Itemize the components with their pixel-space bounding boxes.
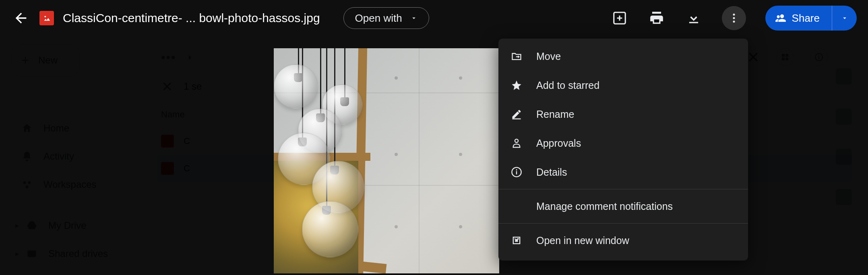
add-comment-icon[interactable] bbox=[611, 9, 628, 27]
workspaces-icon bbox=[21, 179, 33, 191]
svg-point-19 bbox=[515, 139, 518, 142]
menu-label: Open in new window bbox=[536, 235, 629, 246]
menu-label: Add to starred bbox=[536, 80, 599, 91]
svg-rect-11 bbox=[818, 56, 819, 59]
menu-item-rename[interactable]: Rename bbox=[498, 100, 748, 129]
file-name-cell: C bbox=[184, 163, 190, 174]
svg-point-13 bbox=[45, 16, 46, 18]
addon-icon[interactable] bbox=[836, 68, 852, 84]
file-name: ClassiCon-centimetre- ... bowl-photo-has… bbox=[63, 11, 320, 25]
sidebar-label: My Drive bbox=[48, 220, 87, 231]
more-dots-icon[interactable]: ••• bbox=[161, 51, 176, 64]
layout-toggle[interactable] bbox=[776, 48, 794, 66]
bell-icon bbox=[21, 150, 33, 162]
sidebar-item-computers[interactable]: ▸ Computers bbox=[8, 270, 137, 275]
image-icon bbox=[161, 135, 174, 148]
menu-item-star[interactable]: Add to starred bbox=[498, 71, 748, 100]
menu-label: Details bbox=[536, 166, 567, 178]
menu-item-manage-comments[interactable]: Manage comment notifications bbox=[498, 192, 748, 221]
move-icon bbox=[510, 50, 523, 62]
col-name[interactable]: Name bbox=[161, 109, 185, 120]
image-file-icon bbox=[39, 11, 54, 25]
plus-icon bbox=[20, 55, 31, 66]
share-split-button: Share bbox=[765, 6, 857, 31]
menu-item-open-new-window[interactable]: Open in new window bbox=[498, 226, 748, 255]
svg-rect-12 bbox=[818, 55, 819, 55]
share-label: Share bbox=[792, 12, 820, 25]
svg-rect-3 bbox=[28, 250, 36, 257]
sidebar-item-shared-drives[interactable]: ▸ Shared drives bbox=[8, 242, 137, 265]
open-new-window-icon bbox=[510, 234, 523, 246]
svg-rect-8 bbox=[782, 57, 785, 60]
image-preview[interactable] bbox=[274, 48, 499, 273]
menu-separator bbox=[498, 189, 748, 189]
svg-rect-20 bbox=[513, 147, 521, 148]
addon-icon[interactable] bbox=[836, 149, 852, 165]
caret-icon: ▸ bbox=[15, 221, 19, 230]
svg-rect-7 bbox=[785, 54, 788, 57]
back-arrow-button[interactable] bbox=[11, 8, 31, 28]
top-controls bbox=[746, 48, 828, 66]
right-rail bbox=[828, 40, 860, 205]
svg-rect-23 bbox=[516, 169, 517, 170]
menu-item-move[interactable]: Move bbox=[498, 42, 748, 71]
new-button[interactable]: New bbox=[11, 44, 80, 76]
star-icon bbox=[510, 79, 523, 91]
sidebar-item-workspaces[interactable]: Workspaces bbox=[8, 173, 137, 196]
share-dropdown-button[interactable] bbox=[832, 6, 857, 31]
file-name-cell: C bbox=[184, 136, 190, 146]
menu-separator bbox=[498, 223, 748, 224]
caret-down-icon bbox=[410, 14, 417, 22]
drive-icon bbox=[26, 220, 38, 232]
more-actions-button[interactable] bbox=[722, 6, 746, 30]
addon-icon[interactable] bbox=[836, 109, 852, 125]
viewer-header: ClassiCon-centimetre- ... bowl-photo-has… bbox=[0, 0, 868, 36]
svg-rect-22 bbox=[516, 171, 517, 174]
svg-point-2 bbox=[26, 185, 29, 188]
sidebar-label: Home bbox=[43, 123, 69, 134]
sidebar-item-mydrive[interactable]: ▸ My Drive bbox=[8, 214, 137, 237]
menu-label: Approvals bbox=[536, 138, 581, 149]
sidebar-item-activity[interactable]: Activity bbox=[8, 145, 137, 168]
svg-rect-6 bbox=[782, 54, 785, 57]
new-button-label: New bbox=[38, 55, 58, 66]
close-selection-icon[interactable] bbox=[161, 80, 173, 92]
svg-rect-9 bbox=[785, 57, 788, 60]
svg-point-0 bbox=[23, 181, 26, 184]
svg-point-1 bbox=[28, 181, 31, 184]
people-icon bbox=[775, 12, 786, 24]
context-menu: Move Add to starred Rename Approvals Det… bbox=[498, 39, 748, 261]
chevron-right-icon bbox=[185, 53, 195, 62]
open-with-button[interactable]: Open with bbox=[343, 7, 429, 29]
share-button[interactable]: Share bbox=[765, 6, 832, 31]
menu-label: Rename bbox=[536, 109, 575, 120]
approvals-icon bbox=[510, 137, 523, 149]
shared-drives-icon bbox=[26, 248, 38, 260]
info-toggle[interactable] bbox=[810, 48, 828, 66]
menu-item-details[interactable]: Details bbox=[498, 158, 748, 187]
caret-icon: ▸ bbox=[15, 249, 19, 258]
rename-icon bbox=[510, 108, 523, 120]
menu-item-approvals[interactable]: Approvals bbox=[498, 129, 748, 158]
svg-point-15 bbox=[733, 14, 735, 16]
open-with-label: Open with bbox=[355, 12, 402, 25]
home-icon bbox=[21, 122, 33, 134]
sidebar-label: Workspaces bbox=[43, 179, 97, 190]
sidebar-label: Shared drives bbox=[48, 248, 108, 259]
sidebar-label: Activity bbox=[43, 151, 74, 162]
menu-label: Move bbox=[536, 51, 561, 62]
sidebar-item-home[interactable]: Home bbox=[8, 117, 137, 140]
image-icon bbox=[161, 162, 174, 175]
svg-point-17 bbox=[733, 21, 735, 23]
menu-label: Manage comment notifications bbox=[536, 201, 673, 212]
addon-icon[interactable] bbox=[836, 189, 852, 205]
svg-rect-18 bbox=[513, 119, 521, 119]
close-x-icon[interactable] bbox=[746, 50, 760, 64]
info-icon bbox=[510, 166, 523, 178]
selection-count: 1 se bbox=[184, 81, 202, 92]
download-icon[interactable] bbox=[685, 9, 703, 27]
svg-point-16 bbox=[733, 17, 735, 19]
print-icon[interactable] bbox=[648, 9, 665, 27]
sidebar: Home Activity Workspaces ▸ My Drive ▸ Sh… bbox=[8, 117, 137, 275]
